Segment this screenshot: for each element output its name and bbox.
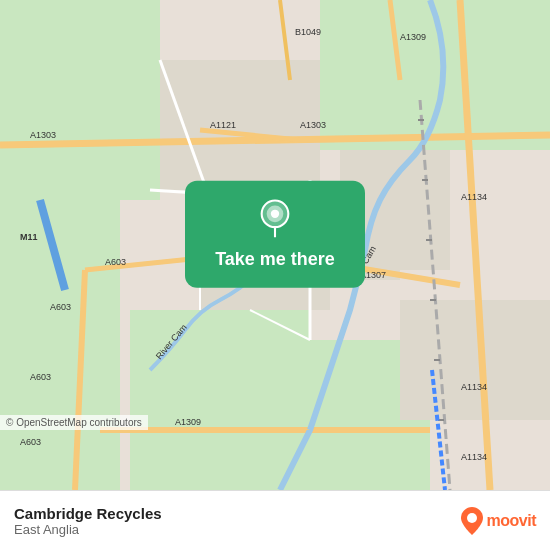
svg-text:B1049: B1049	[295, 27, 321, 37]
take-me-there-button-label: Take me there	[215, 249, 335, 270]
svg-text:A1309: A1309	[175, 417, 201, 427]
svg-text:A603: A603	[30, 372, 51, 382]
copyright-bar: © OpenStreetMap contributors	[0, 415, 148, 430]
svg-text:A1303: A1303	[300, 120, 326, 130]
svg-text:A603: A603	[105, 257, 126, 267]
location-info: Cambridge Recycles East Anglia	[14, 505, 162, 537]
bottom-bar: Cambridge Recycles East Anglia moovit	[0, 490, 550, 550]
moovit-logo: moovit	[461, 507, 536, 535]
svg-text:A1134: A1134	[461, 452, 487, 462]
copyright-text: © OpenStreetMap contributors	[6, 417, 142, 428]
svg-text:A1121: A1121	[210, 120, 236, 130]
svg-point-57	[467, 513, 477, 523]
svg-rect-2	[0, 200, 120, 490]
svg-text:M11: M11	[20, 232, 38, 242]
svg-text:A603: A603	[50, 302, 71, 312]
svg-point-54	[271, 210, 279, 218]
moovit-logo-text: moovit	[487, 512, 536, 530]
location-region: East Anglia	[14, 522, 162, 537]
svg-text:A603: A603	[20, 437, 41, 447]
svg-rect-9	[400, 300, 550, 420]
location-pin-icon	[255, 199, 295, 239]
svg-text:A1309: A1309	[400, 32, 426, 42]
svg-text:A1303: A1303	[30, 130, 56, 140]
svg-rect-1	[0, 0, 160, 200]
svg-rect-4	[130, 310, 310, 490]
moovit-pin-icon	[461, 507, 483, 535]
location-name: Cambridge Recycles	[14, 505, 162, 522]
svg-text:A1134: A1134	[461, 382, 487, 392]
svg-text:A1134: A1134	[461, 192, 487, 202]
map-container: A1303 A1303 A1134 A1134 A1134 A603 A603 …	[0, 0, 550, 490]
take-me-there-overlay[interactable]: Take me there	[185, 181, 365, 288]
